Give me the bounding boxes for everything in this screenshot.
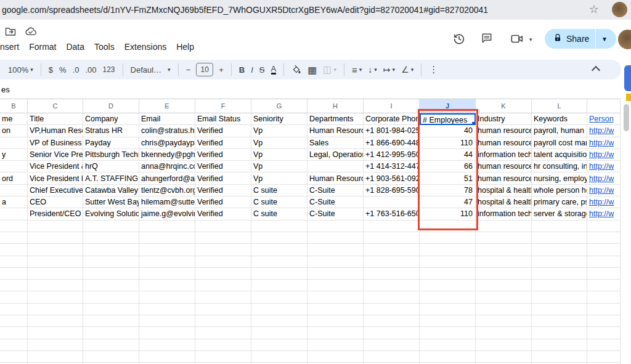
cell[interactable]: +1 412-995-950 <box>364 149 420 161</box>
vertical-align-icon[interactable]: ↓▾ <box>368 65 377 75</box>
menu-insert[interactable]: nsert <box>0 42 19 52</box>
cell[interactable] <box>195 327 251 339</box>
more-formats-button[interactable]: 123 <box>103 65 115 74</box>
cell[interactable]: Payday <box>83 137 139 149</box>
cell[interactable] <box>364 351 420 363</box>
cell[interactable]: Human Resourc <box>307 173 364 185</box>
cell[interactable]: human resource <box>476 173 532 185</box>
cell[interactable]: http://w <box>587 161 621 172</box>
scrollbar-thumb[interactable] <box>624 104 629 131</box>
cell[interactable]: Vp <box>251 149 307 161</box>
cell[interactable]: CEO <box>28 196 83 208</box>
increase-decimal-button[interactable]: .00 <box>85 65 96 75</box>
font-select[interactable]: Defaul…▾ <box>131 65 171 75</box>
cell[interactable]: http://w <box>587 185 621 196</box>
cell[interactable]: hospital & health <box>476 196 532 208</box>
cell[interactable] <box>139 244 195 256</box>
cell[interactable] <box>476 256 532 268</box>
cell[interactable] <box>476 244 532 256</box>
move-folder-icon[interactable] <box>5 26 16 39</box>
header-cell[interactable]: Keywords <box>532 113 587 125</box>
menu-format[interactable]: Format <box>29 42 56 52</box>
cell[interactable]: Pittsburgh Techr <box>83 149 139 161</box>
cell[interactable] <box>307 304 364 315</box>
cell[interactable] <box>195 292 251 304</box>
cell[interactable] <box>0 161 28 172</box>
share-dropdown-icon[interactable]: ▼ <box>596 36 613 42</box>
header-cell[interactable]: Departments <box>307 113 364 125</box>
cell[interactable]: Legal, Operation <box>307 149 364 161</box>
cell[interactable]: on <box>0 125 28 137</box>
cell[interactable]: Verified <box>195 173 251 185</box>
cell[interactable] <box>476 315 532 327</box>
cell[interactable] <box>251 339 307 351</box>
cell[interactable] <box>251 232 307 244</box>
cell[interactable] <box>307 315 364 327</box>
cell[interactable] <box>307 268 364 280</box>
borders-icon[interactable]: ▦ <box>307 64 317 76</box>
cell[interactable]: human resource <box>476 137 532 149</box>
browser-address-bar[interactable]: google.com/spreadsheets/d/1nYV-FmZMxcNQJ… <box>0 0 631 20</box>
cell[interactable]: y <box>0 149 28 161</box>
cell[interactable]: Verified <box>195 149 251 161</box>
cell[interactable]: Sutter West Bay <box>83 196 139 208</box>
cell[interactable]: http://w <box>587 137 621 149</box>
cell[interactable] <box>420 232 476 244</box>
cell[interactable] <box>307 256 364 268</box>
cell[interactable] <box>139 232 195 244</box>
cell[interactable] <box>251 327 307 339</box>
cell[interactable] <box>420 351 476 363</box>
cell[interactable]: whole person he <box>532 185 587 196</box>
cell[interactable] <box>587 339 621 351</box>
cell[interactable] <box>251 244 307 256</box>
cell[interactable]: Vp <box>251 161 307 172</box>
header-cell[interactable]: Industry <box>476 113 532 125</box>
decrease-font-size-button[interactable]: − <box>186 65 191 75</box>
meet-camera-icon[interactable] <box>510 32 524 48</box>
cell[interactable] <box>139 339 195 351</box>
cell[interactable]: payroll, human r <box>532 125 587 137</box>
increase-font-size-button[interactable]: + <box>219 65 224 75</box>
cell[interactable] <box>0 351 28 363</box>
cell[interactable] <box>28 244 83 256</box>
cell[interactable] <box>364 196 420 208</box>
cell[interactable] <box>28 304 83 315</box>
text-wrapping-icon[interactable]: ↦▾ <box>383 65 395 75</box>
cell[interactable] <box>587 304 621 315</box>
cell[interactable] <box>28 327 83 339</box>
cell[interactable]: +1 903-561-092 <box>364 173 420 185</box>
cell[interactable] <box>364 256 420 268</box>
column-header-partial[interactable] <box>587 99 621 113</box>
cell[interactable] <box>364 339 420 351</box>
cell[interactable] <box>532 268 587 280</box>
more-toolbar-icon[interactable]: ⋮ <box>429 64 438 75</box>
cell[interactable] <box>476 351 532 363</box>
cell[interactable]: 51 <box>420 173 476 185</box>
cell[interactable]: anna@hrqinc.co <box>139 161 195 172</box>
header-cell[interactable]: Corporate Phon <box>364 113 420 125</box>
font-size-input[interactable]: 10 <box>196 63 213 76</box>
cell[interactable] <box>28 220 83 232</box>
cell[interactable] <box>139 256 195 268</box>
cell[interactable] <box>476 280 532 291</box>
cell[interactable]: hilemam@sutter <box>139 196 195 208</box>
cell[interactable]: payroll cost man <box>532 137 587 149</box>
cell[interactable] <box>0 137 28 149</box>
cell[interactable]: VP,Human Reso <box>28 125 83 137</box>
cell[interactable]: http://w <box>587 149 621 161</box>
cell[interactable]: bkennedy@pght <box>139 149 195 161</box>
cell[interactable] <box>251 351 307 363</box>
url-text[interactable]: google.com/spreadsheets/d/1nYV-FmZMxcNQJ… <box>2 5 488 15</box>
header-cell[interactable]: Title <box>28 113 83 125</box>
cell[interactable] <box>251 292 307 304</box>
cell[interactable]: ahungerford@ac <box>139 173 195 185</box>
cell[interactable]: C suite <box>251 196 307 208</box>
cell[interactable] <box>307 351 364 363</box>
cell[interactable] <box>83 244 139 256</box>
fill-color-icon[interactable] <box>291 65 301 75</box>
cell[interactable] <box>476 220 532 232</box>
cell[interactable]: colin@stratus.hr <box>139 125 195 137</box>
cell[interactable] <box>28 232 83 244</box>
cell[interactable] <box>532 256 587 268</box>
cell[interactable]: http://w <box>587 173 621 185</box>
